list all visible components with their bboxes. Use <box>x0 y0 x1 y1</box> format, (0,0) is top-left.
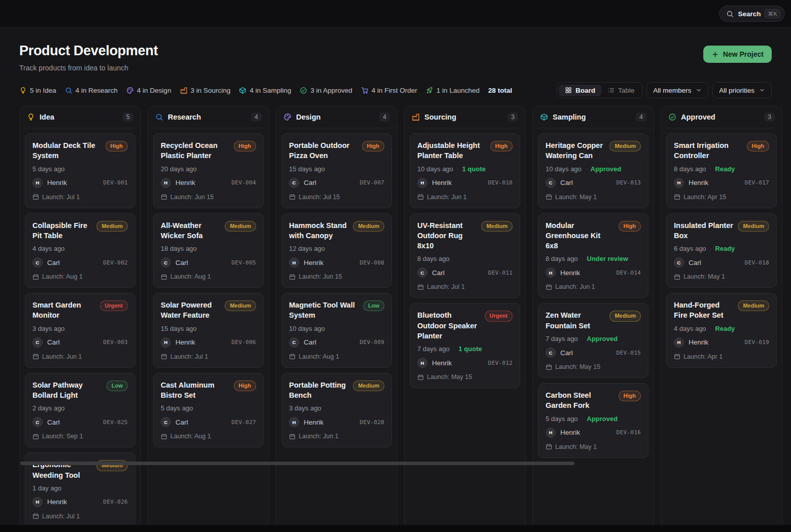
page-header: Product Development Track products from … <box>0 28 791 98</box>
project-card[interactable]: Smart Irrigation Controller High 8 days … <box>666 133 777 208</box>
priority-badge: Medium <box>96 221 128 232</box>
calendar-icon <box>674 274 680 280</box>
card-id: DEV-028 <box>360 419 384 426</box>
check-circle-icon <box>668 113 676 121</box>
view-toggle: Board Table <box>557 82 642 98</box>
project-card[interactable]: Bluetooth Outdoor Speaker Planter Urgent… <box>410 303 520 388</box>
stat-item: 5 in Idea <box>19 87 56 94</box>
assignee-name: Carl <box>47 259 99 267</box>
priorities-filter-dropdown[interactable]: All priorities <box>712 82 772 98</box>
card-status: Ready <box>715 165 735 173</box>
members-filter-dropdown[interactable]: All members <box>646 82 708 98</box>
launch-date: Launch: Jul 1 <box>427 283 464 290</box>
project-card[interactable]: Modular Deck Tile System High 5 days ago… <box>25 133 135 208</box>
card-id: DEV-025 <box>103 419 128 426</box>
project-card[interactable]: Insulated Planter Box Medium 6 days ago … <box>666 213 777 288</box>
avatar: C <box>32 417 43 427</box>
column-title: Research <box>168 113 246 121</box>
project-card[interactable]: Heritage Copper Watering Can Medium 10 d… <box>538 133 649 208</box>
stat-label: 3 in Sourcing <box>191 87 231 94</box>
column-header: Idea 5 <box>20 106 140 128</box>
column-title: Idea <box>40 113 118 121</box>
assignee-name: Henrik <box>304 419 355 426</box>
avatar: C <box>161 257 171 268</box>
launch-date: Launch: Jun 1 <box>427 194 467 201</box>
assignee-name: Henrik <box>175 338 227 346</box>
project-card[interactable]: Cast Aluminum Bistro Set High 5 days ago… <box>153 373 264 448</box>
total-count: 28 total <box>488 87 512 94</box>
launch-date: Launch: Sep 1 <box>42 433 83 440</box>
launch-date: Launch: May 15 <box>427 373 472 381</box>
avatar: C <box>546 348 556 358</box>
stat-item: 4 in Design <box>126 87 171 94</box>
project-card[interactable]: Hammock Stand with Canopy Medium 12 days… <box>281 213 392 288</box>
search-button[interactable]: Search ⌘K <box>719 6 785 22</box>
project-card[interactable]: Solar Powered Water Feature Medium 15 da… <box>153 293 264 368</box>
calendar-icon <box>32 513 39 519</box>
project-card[interactable]: Modular Greenhouse Kit 6x8 High 8 days a… <box>538 213 649 298</box>
project-card[interactable]: Zen Water Fountain Set Medium 7 days ago… <box>538 303 649 378</box>
assignee-name: Carl <box>47 419 99 426</box>
card-title: Modular Greenhouse Kit 6x8 <box>546 220 615 251</box>
lightbulb-icon <box>19 87 27 94</box>
card-age: 1 day ago <box>32 484 61 492</box>
launch-date: Launch: Jul 1 <box>42 513 80 520</box>
project-card[interactable]: Collapsible Fire Pit Table Medium 4 days… <box>25 213 135 288</box>
project-card[interactable]: Hand-Forged Fire Poker Set Medium 4 days… <box>666 293 777 368</box>
project-card[interactable]: Carbon Steel Garden Fork High 5 days ago… <box>538 383 649 458</box>
project-card[interactable]: Magnetic Tool Wall System Low 10 days ag… <box>281 293 392 368</box>
table-view-button[interactable]: Table <box>601 85 640 96</box>
calendar-icon <box>289 194 296 200</box>
project-card[interactable]: Adjustable Height Planter Table High 10 … <box>410 133 520 208</box>
launch-date: Launch: May 15 <box>555 363 600 370</box>
card-title: Magnetic Tool Wall System <box>289 300 359 321</box>
stat-label: 4 in Design <box>137 87 171 94</box>
card-age: 15 days ago <box>289 165 325 173</box>
project-card[interactable]: All-Weather Wicker Sofa Medium 18 days a… <box>153 213 264 288</box>
card-status: Under review <box>587 255 628 262</box>
priority-badge: Medium <box>353 221 384 232</box>
card-title: Hammock Stand with Canopy <box>289 220 349 241</box>
scrollbar-thumb[interactable] <box>20 462 574 465</box>
project-card[interactable]: Portable Potting Bench Medium 3 days ago… <box>281 373 392 448</box>
board-toolbar: Board Table All members All priorities <box>557 82 772 98</box>
avatar: C <box>289 178 299 188</box>
card-age: 10 days ago <box>417 165 453 173</box>
board-column: Idea 5 Modular Deck Tile System High 5 d… <box>19 106 141 532</box>
priority-badge: Urgent <box>485 311 513 321</box>
card-age: 3 days ago <box>32 325 65 332</box>
calendar-icon <box>161 274 167 280</box>
stat-item: 4 in First Order <box>361 87 417 94</box>
new-project-button[interactable]: New Project <box>703 46 772 63</box>
card-status: Ready <box>715 245 735 252</box>
launch-date: Launch: Aug 1 <box>299 353 339 360</box>
priority-badge: High <box>362 141 384 151</box>
project-card[interactable]: UV-Resistant Outdoor Rug 8x10 Medium 8 d… <box>410 213 520 298</box>
list-icon <box>607 87 615 94</box>
board-view-button[interactable]: Board <box>559 85 601 96</box>
assignee-name: Henrik <box>689 338 740 346</box>
table-view-label: Table <box>618 87 634 94</box>
priority-badge: High <box>234 381 256 391</box>
project-card[interactable]: Recycled Ocean Plastic Planter High 20 d… <box>153 133 264 208</box>
card-age: 5 days ago <box>32 165 65 173</box>
card-title: Heritage Copper Watering Can <box>546 140 605 161</box>
card-status: 1 quote <box>462 165 486 173</box>
board-wrapper: Idea 5 Modular Deck Tile System High 5 d… <box>0 106 791 532</box>
launch-date: Launch: Jun 1 <box>555 283 595 290</box>
column-count: 5 <box>123 112 133 122</box>
meta-separator: · <box>582 415 584 422</box>
project-card[interactable]: Portable Outdoor Pizza Oven High 15 days… <box>281 133 392 208</box>
card-age: 6 days ago <box>674 245 706 252</box>
column-body: Recycled Ocean Plastic Planter High 20 d… <box>148 128 269 452</box>
project-card[interactable]: Smart Garden Monitor Urgent 3 days ago C… <box>25 293 135 368</box>
calendar-icon <box>546 443 552 450</box>
stat-label: 1 in Launched <box>437 87 480 94</box>
launch-date: Launch: Apr 15 <box>684 194 726 201</box>
project-card[interactable]: Solar Pathway Bollard Light Low 2 days a… <box>25 373 135 448</box>
stat-label: 5 in Idea <box>30 87 56 94</box>
launch-date: Launch: Aug 1 <box>42 273 83 280</box>
card-age: 5 days ago <box>546 415 578 423</box>
card-title: Portable Potting Bench <box>289 380 349 401</box>
card-title: UV-Resistant Outdoor Rug 8x10 <box>417 220 477 251</box>
